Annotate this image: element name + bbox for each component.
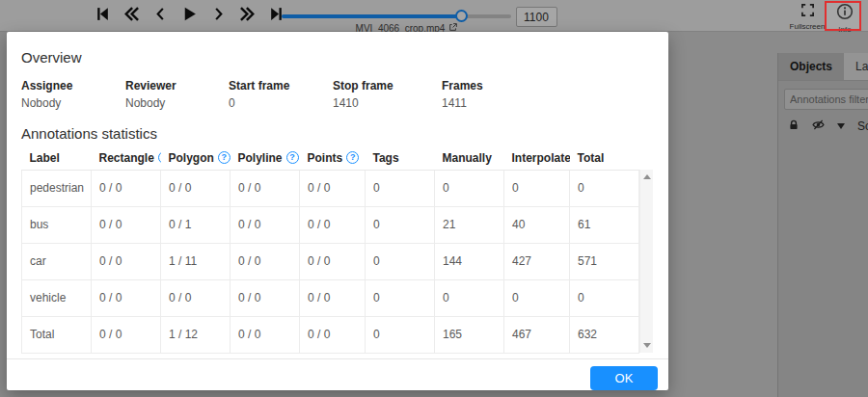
overview-field: AssigneeNobody (21, 79, 125, 110)
stats-header-row: LabelRectanglePolygonPolylinePointsTagsM… (22, 146, 639, 170)
table-cell: pedestrian (22, 170, 92, 206)
table-cell: 0 / 0 (300, 170, 366, 206)
overview-title: Overview (21, 49, 654, 66)
table-cell: 427 (504, 243, 570, 279)
field-label: Start frame (229, 79, 333, 93)
table-cell: 0 (366, 279, 435, 316)
overview-field: Stop frame1410 (333, 79, 442, 110)
table-cell: 0 / 0 (92, 170, 161, 206)
table-cell: 0 (366, 170, 435, 206)
field-label: Frames (442, 79, 483, 93)
table-cell: 0 (435, 170, 504, 206)
table-cell: 0 / 0 (92, 279, 161, 316)
table-cell: 0 / 0 (231, 316, 300, 353)
table-cell: 0 / 0 (300, 243, 366, 279)
table-cell: 165 (435, 316, 504, 353)
stats-column-header: Tags (366, 146, 435, 170)
table-cell: 0 / 1 (161, 206, 231, 243)
table-cell: 0 (366, 206, 435, 243)
stats-column-header: Polygon (161, 146, 231, 170)
table-cell: 0 (570, 279, 639, 316)
field-label: Assignee (21, 79, 125, 93)
table-cell: 0 (366, 243, 435, 279)
table-cell: 0 (504, 170, 570, 206)
table-cell: 0 / 0 (92, 206, 161, 243)
table-cell: 1 / 12 (161, 316, 231, 353)
stats-column-header: Rectangle (92, 146, 161, 170)
stats-column-header: Manually (435, 146, 504, 170)
table-row: pedestrian0 / 00 / 00 / 00 / 00000 (22, 170, 639, 206)
field-value: 0 (229, 96, 333, 110)
scroll-down-icon[interactable] (643, 343, 651, 348)
stats-column-header: Points (300, 146, 366, 170)
stats-table-body: pedestrian0 / 00 / 00 / 00 / 00000bus0 /… (22, 170, 639, 353)
table-cell: 0 (435, 279, 504, 316)
table-cell: 0 (366, 316, 435, 353)
help-icon[interactable] (158, 151, 161, 164)
overview-field: ReviewerNobody (125, 79, 229, 110)
stats-table-wrap: LabelRectanglePolygonPolylinePointsTagsM… (21, 146, 652, 354)
table-cell: 0 (570, 170, 639, 206)
field-value: 1411 (442, 96, 483, 110)
table-cell: vehicle (22, 279, 92, 316)
stats-column-header: Total (570, 146, 639, 170)
stats-column-header: Label (22, 146, 92, 170)
table-row: vehicle0 / 00 / 00 / 00 / 00000 (22, 279, 639, 316)
table-cell: 0 / 0 (231, 170, 300, 206)
table-cell: 0 / 0 (231, 206, 300, 243)
table-cell: 0 / 0 (92, 243, 161, 279)
help-icon[interactable] (218, 151, 231, 164)
table-cell: 0 / 0 (300, 206, 366, 243)
help-icon[interactable] (346, 151, 359, 164)
table-cell: 0 / 0 (161, 279, 231, 316)
table-cell: 21 (435, 206, 504, 243)
field-label: Reviewer (125, 79, 229, 93)
job-info-modal: Overview AssigneeNobodyReviewerNobodySta… (7, 32, 668, 390)
table-cell: 0 / 0 (231, 243, 300, 279)
table-cell: 0 / 0 (300, 279, 366, 316)
table-cell: 571 (570, 243, 639, 279)
field-value: Nobody (125, 96, 229, 110)
table-cell: Total (22, 316, 92, 353)
table-cell: 632 (570, 316, 639, 353)
table-row: bus0 / 00 / 10 / 00 / 00214061 (22, 206, 639, 243)
field-value: Nobody (21, 96, 125, 110)
overview-fields: AssigneeNobodyReviewerNobodyStart frame0… (21, 79, 654, 110)
stats-column-header: Polyline (231, 146, 300, 170)
table-scrollbar[interactable] (639, 170, 653, 353)
stats-title: Annotations statistics (21, 125, 654, 142)
overview-field: Frames1411 (442, 79, 483, 110)
table-cell: 0 / 0 (231, 279, 300, 316)
stats-column-header: Interpolated (504, 146, 570, 170)
table-cell: 0 / 0 (161, 170, 231, 206)
field-label: Stop frame (333, 79, 442, 93)
overview-field: Start frame0 (229, 79, 333, 110)
table-cell: 61 (570, 206, 639, 243)
field-value: 1410 (333, 96, 442, 110)
table-cell: 144 (435, 243, 504, 279)
table-cell: 0 (504, 279, 570, 316)
modal-footer: OK (7, 358, 668, 390)
table-cell: bus (22, 206, 92, 243)
table-cell: 40 (504, 206, 570, 243)
table-cell: 467 (504, 316, 570, 353)
table-row: Total0 / 01 / 120 / 00 / 00165467632 (22, 316, 639, 353)
table-cell: car (22, 243, 92, 279)
table-row: car0 / 01 / 110 / 00 / 00144427571 (22, 243, 639, 279)
table-cell: 0 / 0 (300, 316, 366, 353)
scroll-up-icon[interactable] (643, 174, 651, 179)
ok-button[interactable]: OK (590, 366, 658, 390)
stats-table: LabelRectanglePolygonPolylinePointsTagsM… (21, 146, 639, 354)
table-cell: 0 / 0 (92, 316, 161, 353)
help-icon[interactable] (286, 151, 299, 164)
table-cell: 1 / 11 (161, 243, 231, 279)
